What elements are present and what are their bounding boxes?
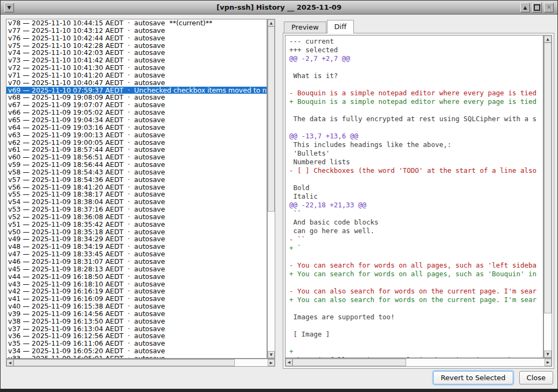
- diff-line: - Bouquin is a simple notepad editor whe…: [289, 89, 543, 97]
- list-item[interactable]: v37 — 2025-11-09 16:13:04 AEDT · autosav…: [6, 325, 267, 333]
- dialog-button-row: Revert to Selected Close: [433, 371, 553, 384]
- scroll-down-icon[interactable]: ▼: [268, 351, 275, 358]
- list-item[interactable]: v61 — 2025-11-09 18:57:44 AEDT · autosav…: [6, 146, 267, 153]
- diff-line: [289, 339, 543, 347]
- list-item[interactable]: v76 — 2025-11-10 10:42:44 AEDT · autosav…: [6, 34, 267, 42]
- list-item[interactable]: v70 — 2025-11-10 10:40:47 AEDT · autosav…: [6, 79, 267, 87]
- diff-line: And basic code blocks: [289, 218, 543, 227]
- list-item[interactable]: v57 — 2025-11-09 18:54:36 AEDT · autosav…: [6, 176, 267, 184]
- diff-line: [289, 123, 543, 132]
- titlebar[interactable]: ▼ [vpn-ssh] History __ 2025-11-09 ▲ ✕: [1, 1, 557, 15]
- diff-line: 'Bullets': [289, 149, 543, 158]
- list-item[interactable]: v44 — 2025-11-09 16:18:50 AEDT · autosav…: [6, 273, 267, 281]
- diff-vscroll-track[interactable]: [544, 43, 552, 351]
- list-item[interactable]: v58 — 2025-11-09 18:54:43 AEDT · autosav…: [6, 169, 267, 176]
- scroll-up-icon[interactable]: ▲: [544, 36, 552, 43]
- diff-vertical-scrollbar[interactable]: ▲ ▼: [543, 35, 552, 358]
- diff-line: - You can also search for words on the c…: [289, 287, 543, 296]
- list-item[interactable]: v36 — 2025-11-09 16:12:56 AEDT · autosav…: [6, 332, 267, 340]
- diff-line: --- current: [289, 37, 543, 46]
- list-item[interactable]: v49 — 2025-11-09 18:34:29 AEDT · autosav…: [6, 235, 267, 243]
- list-item[interactable]: v33 — 2025-11-09 16:05:01 AEDT · autosav…: [6, 355, 267, 359]
- close-dialog-button[interactable]: Close: [519, 371, 553, 384]
- list-item[interactable]: v64 — 2025-11-09 19:03:16 AEDT · autosav…: [6, 124, 267, 131]
- list-item[interactable]: v66 — 2025-11-09 19:05:02 AEDT · autosav…: [6, 109, 267, 116]
- list-item[interactable]: v78 — 2025-11-10 10:44:15 AEDT · autosav…: [6, 19, 267, 27]
- list-item[interactable]: v77 — 2025-11-10 10:43:12 AEDT · autosav…: [6, 27, 267, 34]
- diff-line: + You can search for words on all pages,…: [289, 270, 543, 278]
- list-vscroll-thumb[interactable]: [268, 26, 275, 212]
- list-item[interactable]: v34 — 2025-11-09 16:05:20 AEDT · autosav…: [6, 347, 267, 355]
- tab-preview[interactable]: Preview: [284, 22, 326, 33]
- list-item[interactable]: v40 — 2025-11-09 16:15:38 AEDT · autosav…: [6, 303, 267, 310]
- list-item[interactable]: v54 — 2025-11-09 18:38:04 AEDT · autosav…: [6, 198, 267, 206]
- maximize-button[interactable]: [532, 3, 542, 12]
- list-item[interactable]: v39 — 2025-11-09 16:14:56 AEDT · autosav…: [6, 310, 267, 318]
- diff-hscroll-thumb[interactable]: [292, 359, 406, 366]
- diff-vscroll-thumb[interactable]: [544, 43, 552, 313]
- list-item[interactable]: v38 — 2025-11-09 16:13:50 AEDT · autosav…: [6, 318, 267, 325]
- list-item[interactable]: v72 — 2025-11-10 10:41:30 AEDT · autosav…: [6, 64, 267, 72]
- diff-line: The data is fully encrypted at rest usin…: [289, 115, 543, 123]
- window-menu-icon: ▼: [8, 5, 11, 10]
- list-item[interactable]: v75 — 2025-11-10 10:42:28 AEDT · autosav…: [6, 42, 267, 50]
- list-item[interactable]: v71 — 2025-11-10 10:41:20 AEDT · autosav…: [6, 72, 267, 79]
- list-horizontal-scrollbar[interactable]: ◀ ▶: [6, 359, 275, 367]
- list-item[interactable]: v63 — 2025-11-09 19:00:13 AEDT · autosav…: [6, 131, 267, 139]
- scroll-right-icon[interactable]: ▶: [268, 359, 275, 366]
- list-vscroll-track[interactable]: [268, 26, 275, 351]
- diff-hscroll-track[interactable]: [292, 359, 545, 366]
- list-item[interactable]: v74 — 2025-11-10 10:42:03 AEDT · autosav…: [6, 49, 267, 57]
- list-item[interactable]: v51 — 2025-11-09 18:35:42 AEDT · autosav…: [6, 221, 267, 228]
- list-item[interactable]: v56 — 2025-11-09 18:41:20 AEDT · autosav…: [6, 184, 267, 191]
- shade-icon: ▲: [524, 5, 527, 10]
- close-window-button[interactable]: ✕: [544, 3, 554, 12]
- diff-line: [289, 253, 543, 261]
- list-item[interactable]: v43 — 2025-11-09 16:18:10 AEDT · autosav…: [6, 281, 267, 288]
- scroll-up-icon[interactable]: ▲: [268, 19, 275, 26]
- list-hscroll-track[interactable]: [13, 359, 268, 366]
- list-item[interactable]: v59 — 2025-11-09 18:56:44 AEDT · autosav…: [6, 161, 267, 169]
- version-history-panel: v78 — 2025-11-10 10:44:15 AEDT · autosav…: [6, 19, 275, 367]
- scroll-right-icon[interactable]: ▶: [545, 359, 552, 366]
- list-item[interactable]: v68 — 2025-11-09 19:08:09 AEDT · autosav…: [6, 94, 267, 101]
- list-hscroll-thumb[interactable]: [13, 359, 235, 366]
- diff-line: Numbered lists: [289, 158, 543, 166]
- diff-line: + `: [289, 244, 543, 253]
- list-item[interactable]: v52 — 2025-11-09 18:36:08 AEDT · autosav…: [6, 213, 267, 221]
- diff-line: ``: [289, 209, 543, 218]
- scroll-left-icon[interactable]: ◀: [285, 359, 292, 366]
- list-item[interactable]: v53 — 2025-11-09 18:37:16 AEDT · autosav…: [6, 206, 267, 213]
- list-vertical-scrollbar[interactable]: ▲ ▼: [267, 19, 275, 359]
- diff-text[interactable]: --- current+++ selected@@ -2,7 +2,7 @@ W…: [285, 35, 543, 358]
- list-item[interactable]: v46 — 2025-11-09 18:31:07 AEDT · autosav…: [6, 258, 267, 265]
- window-title: [vpn-ssh] History __ 2025-11-09: [1, 3, 557, 11]
- scroll-left-icon[interactable]: ◀: [6, 359, 13, 366]
- diff-horizontal-scrollbar[interactable]: ◀ ▶: [285, 358, 552, 367]
- list-item[interactable]: v69 — 2025-11-10 07:59:37 AEDT · Uncheck…: [6, 87, 267, 94]
- list-item[interactable]: v55 — 2025-11-09 18:38:17 AEDT · autosav…: [6, 191, 267, 198]
- list-item[interactable]: v42 — 2025-11-09 16:16:19 AEDT · autosav…: [6, 288, 267, 295]
- tab-diff[interactable]: Diff: [327, 20, 354, 33]
- maximize-icon: [534, 4, 540, 11]
- diff-line: This includes headings like the above,:: [289, 141, 543, 149]
- diff-line: Italic: [289, 192, 543, 201]
- list-item[interactable]: v47 — 2025-11-09 18:33:45 AEDT · autosav…: [6, 250, 267, 258]
- list-item[interactable]: v41 — 2025-11-09 16:16:09 AEDT · autosav…: [6, 295, 267, 303]
- shade-button[interactable]: ▲: [520, 3, 530, 12]
- revert-to-selected-button[interactable]: Revert to Selected: [433, 371, 513, 384]
- list-item[interactable]: v60 — 2025-11-09 18:56:51 AEDT · autosav…: [6, 153, 267, 161]
- diff-line: + You can also search for words on the c…: [289, 296, 543, 304]
- list-item[interactable]: v67 — 2025-11-09 19:07:07 AEDT · autosav…: [6, 101, 267, 109]
- list-item[interactable]: v48 — 2025-11-09 18:34:19 AEDT · autosav…: [6, 243, 267, 250]
- list-item[interactable]: v65 — 2025-11-09 19:04:34 AEDT · autosav…: [6, 116, 267, 124]
- list-item[interactable]: v45 — 2025-11-09 18:28:13 AEDT · autosav…: [6, 265, 267, 273]
- list-item[interactable]: v73 — 2025-11-10 10:41:42 AEDT · autosav…: [6, 57, 267, 64]
- list-item[interactable]: v62 — 2025-11-09 19:00:05 AEDT · autosav…: [6, 139, 267, 146]
- list-item[interactable]: v35 — 2025-11-09 16:11:06 AEDT · autosav…: [6, 340, 267, 347]
- list-item[interactable]: v50 — 2025-11-09 18:35:18 AEDT · autosav…: [6, 228, 267, 236]
- window-menu-button[interactable]: ▼: [4, 3, 14, 12]
- version-list[interactable]: v78 — 2025-11-10 10:44:15 AEDT · autosav…: [6, 19, 267, 359]
- diff-line: @@ -13,7 +13,6 @@: [289, 132, 543, 141]
- scroll-down-icon[interactable]: ▼: [544, 351, 552, 358]
